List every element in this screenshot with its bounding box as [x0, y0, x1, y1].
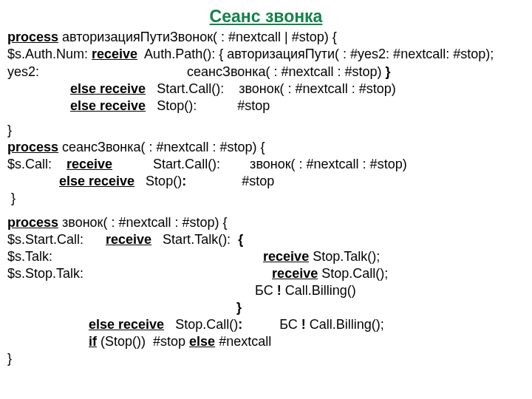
text: Stop(): #stop — [146, 98, 270, 113]
text: БС — [242, 317, 301, 332]
kw-else-receive: else receive — [70, 81, 146, 96]
text: Start.Talk(): — [151, 232, 238, 247]
kw-receive: receive — [92, 47, 137, 61]
kw-else-receive: else receive — [70, 98, 146, 113]
kw-process: process — [7, 215, 58, 230]
text: Call.Billing() — [282, 283, 356, 298]
code-block-3: process звонок( : #nextcall : #stop) { $… — [7, 214, 525, 367]
text: Stop.Call(); — [318, 266, 388, 281]
page-title: Сеанс звонка — [7, 6, 525, 27]
kw-process: process — [7, 140, 58, 154]
text: (Stop()) #stop — [97, 334, 189, 349]
kw-else-receive: else receive — [89, 317, 164, 332]
text: авторизацияПутиЗвонок( : #nextcall | #st… — [58, 30, 337, 44]
indent — [7, 300, 236, 315]
code-block-1: process авторизацияПутиЗвонок( : #nextca… — [7, 29, 525, 114]
text: yes2: сеансЗвонка( : #nextcall : #stop) — [7, 64, 386, 79]
code-block-1-close: } process сеансЗвонка( : #nextcall : #st… — [7, 122, 525, 207]
text: сеансЗвонка( : #nextcall : #stop) { — [58, 140, 265, 154]
kw-receive: receive — [66, 157, 112, 171]
indent — [7, 334, 89, 349]
text: звонок( : #nextcall : #stop) { — [58, 215, 228, 230]
indent: БС — [7, 283, 277, 298]
brace: } — [386, 64, 391, 79]
text: Stop() — [134, 174, 182, 188]
kw-else-receive: else receive — [59, 174, 134, 188]
kw-if: if — [89, 334, 97, 349]
text: $s.Auth.Num: — [7, 47, 92, 61]
text: Stop.Talk(); — [309, 249, 380, 264]
brace: } — [236, 300, 242, 315]
kw-process: process — [7, 30, 58, 44]
brace: } — [7, 191, 16, 205]
brace: } — [7, 123, 12, 137]
brace: { — [238, 232, 243, 247]
indent — [7, 81, 70, 96]
kw-else: else — [189, 334, 215, 349]
text: $s.Talk: — [7, 249, 263, 264]
kw-receive: receive — [106, 232, 151, 247]
text: Auth.Path(): { авторизацияПути( : #yes2:… — [137, 47, 494, 61]
text: $s.Start.Call: — [7, 232, 106, 247]
indent — [7, 98, 70, 113]
text: #nextcall — [215, 334, 271, 349]
text: Start.Call(): звонок( : #nextcall : #sto… — [146, 81, 396, 96]
text: Start.Call(): звонок( : #nextcall : #sto… — [112, 157, 407, 171]
text: $s.Stop.Talk: — [7, 266, 272, 281]
text: Stop.Call() — [164, 317, 238, 332]
brace: } — [7, 351, 12, 366]
text: $s.Call: — [7, 157, 66, 171]
kw-receive: receive — [263, 249, 309, 264]
indent — [7, 174, 59, 188]
kw-receive: receive — [272, 266, 318, 281]
text: Call.Billing(); — [306, 317, 384, 332]
text: #stop — [186, 174, 274, 188]
indent — [7, 317, 89, 332]
